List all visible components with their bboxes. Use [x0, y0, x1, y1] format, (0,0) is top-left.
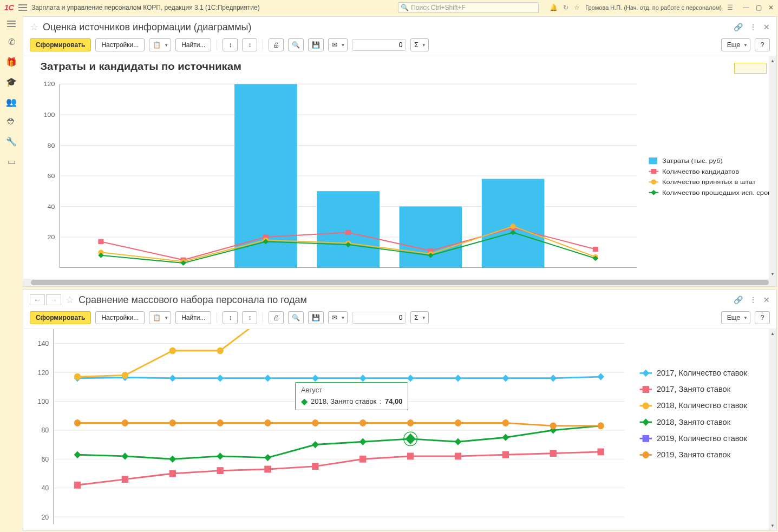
- svg-marker-127: [406, 434, 415, 444]
- preview-button[interactable]: 🔍: [288, 311, 304, 324]
- close-icon[interactable]: ✕: [768, 4, 774, 11]
- run-button[interactable]: Сформировать: [30, 38, 91, 51]
- print-button[interactable]: 🖨: [269, 311, 284, 324]
- chart2-area: 204060801001201402017, Количество ставок…: [23, 329, 776, 530]
- paste-button[interactable]: 📋▼: [149, 38, 171, 51]
- svg-text:80: 80: [41, 426, 49, 434]
- panel2-toolbar: Сформировать Настройки... 📋▼ Найти... ↕ …: [23, 309, 776, 329]
- svg-marker-72: [360, 375, 366, 382]
- maximize-icon[interactable]: ▢: [756, 4, 762, 11]
- history-icon[interactable]: ↻: [563, 4, 568, 11]
- svg-text:Затраты (тыс. руб): Затраты (тыс. руб): [662, 157, 723, 165]
- user-label[interactable]: Громова Н.П. (Нач. отд. по работе с перс…: [585, 4, 722, 11]
- collapse-button[interactable]: ↕: [242, 38, 257, 51]
- more-vert-icon[interactable]: ⋮: [749, 23, 757, 31]
- svg-point-125: [598, 423, 604, 429]
- svg-point-93: [217, 347, 223, 354]
- svg-text:2019, Количество ставок: 2019, Количество ставок: [657, 434, 747, 443]
- help-button[interactable]: ?: [755, 38, 770, 51]
- find-button[interactable]: Найти...: [175, 38, 211, 51]
- chevron-down-icon: ▼: [422, 43, 426, 48]
- nav-back-button[interactable]: ←: [30, 294, 45, 305]
- settings-button[interactable]: Настройки...: [95, 38, 145, 51]
- wrench-icon[interactable]: 🔧: [6, 136, 17, 147]
- expand-button[interactable]: ↕: [223, 311, 238, 324]
- chart2-tooltip: Август ◆ 2018, Занято ставок: 74,00: [295, 382, 408, 410]
- link-icon[interactable]: 🔗: [734, 295, 743, 304]
- sum-button[interactable]: Σ▼: [410, 311, 428, 324]
- svg-text:2019, Занято ставок: 2019, Занято ставок: [657, 450, 731, 459]
- expand-button[interactable]: ↕: [223, 38, 238, 51]
- save-button[interactable]: 💾: [308, 311, 324, 324]
- settings-button[interactable]: Настройки...: [95, 311, 145, 324]
- chart2-scrollbar-v[interactable]: ▲▼: [769, 329, 776, 530]
- global-search-input[interactable]: 🔍 Поиск Ctrl+Shift+F: [398, 2, 539, 13]
- svg-text:Количество кандидатов: Количество кандидатов: [662, 168, 739, 175]
- collapse-button[interactable]: ↕: [242, 311, 257, 324]
- chart1-scrollbar-h[interactable]: [23, 279, 776, 286]
- preview-button[interactable]: 🔍: [288, 38, 304, 51]
- search-placeholder: Поиск Ctrl+Shift+F: [411, 4, 466, 11]
- number-input[interactable]: [352, 39, 406, 51]
- star-icon[interactable]: ☆: [574, 4, 580, 11]
- svg-text:60: 60: [41, 456, 49, 463]
- print-icon: 🖨: [273, 41, 279, 49]
- svg-point-119: [312, 420, 318, 426]
- svg-marker-75: [502, 375, 508, 382]
- favorite-star-icon[interactable]: ☆: [30, 21, 38, 33]
- save-icon: 💾: [312, 41, 320, 49]
- sum-button[interactable]: Σ▼: [410, 38, 428, 51]
- svg-marker-69: [217, 375, 223, 382]
- main-menu-icon[interactable]: [18, 4, 27, 11]
- print-button[interactable]: 🖨: [269, 38, 284, 51]
- more-button[interactable]: Еще▼: [721, 311, 750, 324]
- mail-button[interactable]: ✉▼: [328, 38, 348, 51]
- svg-marker-76: [550, 375, 556, 382]
- gift-icon[interactable]: 🎁: [6, 57, 17, 67]
- phone-icon[interactable]: ✆: [8, 37, 15, 47]
- sigma-icon: Σ: [414, 41, 418, 49]
- mail-button[interactable]: ✉▼: [328, 311, 348, 324]
- svg-point-91: [122, 372, 128, 379]
- svg-text:2018, Количество ставок: 2018, Количество ставок: [657, 401, 747, 410]
- card-icon[interactable]: ▭: [8, 156, 16, 167]
- expand-icon: ↕: [228, 41, 232, 49]
- sections-menu-icon[interactable]: [7, 21, 16, 27]
- svg-text:40: 40: [48, 203, 55, 210]
- help-button[interactable]: ?: [755, 311, 770, 324]
- more-button[interactable]: Еще▼: [721, 38, 750, 51]
- paste-button[interactable]: 📋▼: [149, 311, 171, 324]
- run-button[interactable]: Сформировать: [30, 311, 91, 324]
- svg-point-123: [502, 420, 508, 426]
- svg-rect-79: [122, 476, 128, 483]
- graduation-icon[interactable]: 🎓: [6, 77, 17, 87]
- preview-icon: 🔍: [292, 41, 300, 49]
- minimize-icon[interactable]: —: [743, 4, 749, 11]
- nav-forward-button[interactable]: →: [46, 294, 61, 305]
- helmet-icon[interactable]: ⛑: [7, 117, 16, 127]
- panel1-header: ☆ Оценка источников информации (диаграмм…: [23, 17, 776, 36]
- panel1-toolbar: Сформировать Настройки... 📋▼ Найти... ↕ …: [23, 36, 776, 56]
- chart2-svg: 204060801001201402017, Количество ставок…: [23, 329, 776, 530]
- link-icon[interactable]: 🔗: [734, 23, 743, 31]
- svg-rect-43: [651, 169, 656, 174]
- panel-close-icon[interactable]: ✕: [763, 295, 770, 304]
- find-button[interactable]: Найти...: [175, 311, 211, 324]
- people-icon[interactable]: 👥: [6, 97, 17, 107]
- favorite-star-icon[interactable]: ☆: [66, 294, 74, 306]
- svg-text:2017, Занято ставок: 2017, Занято ставок: [657, 385, 731, 393]
- chart1-scrollbar-v[interactable]: ▲▼: [769, 56, 776, 279]
- number-input[interactable]: [352, 312, 406, 324]
- bell-icon[interactable]: 🔔: [550, 4, 558, 11]
- tooltip-series: 2018, Занято ставок: [311, 397, 376, 405]
- more-vert-icon[interactable]: ⋮: [749, 295, 757, 304]
- svg-point-135: [643, 403, 649, 409]
- svg-text:Количество прошедших исп. срок: Количество прошедших исп. срок: [662, 189, 771, 196]
- svg-rect-84: [360, 456, 366, 462]
- panel-close-icon[interactable]: ✕: [763, 23, 770, 31]
- tooltip-category: Август: [301, 386, 402, 394]
- svg-point-120: [360, 420, 366, 426]
- save-button[interactable]: 💾: [308, 38, 324, 51]
- settings-lines-icon[interactable]: ☰: [727, 4, 733, 11]
- collapse-icon: ↕: [248, 41, 251, 49]
